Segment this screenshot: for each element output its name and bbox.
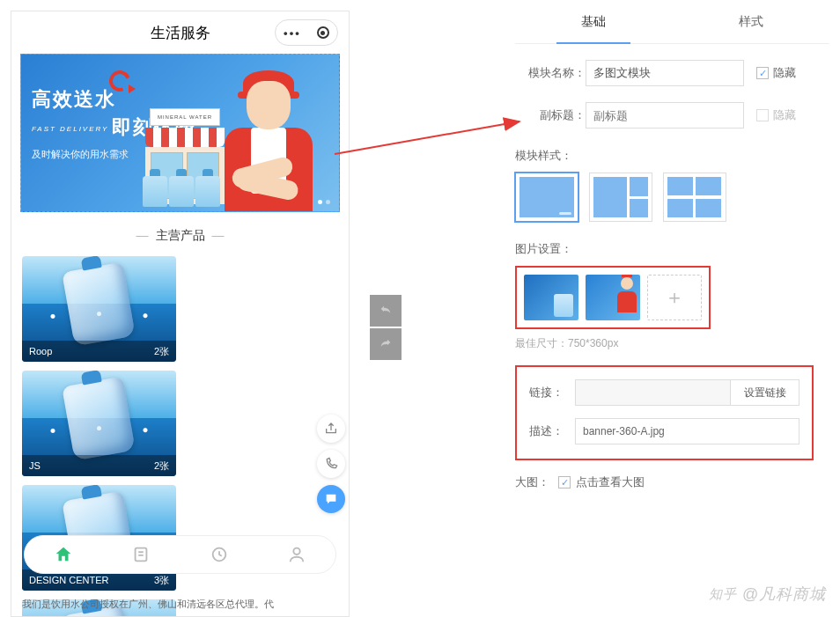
set-link-button[interactable]: 设置链接 <box>731 379 799 406</box>
tab-bar <box>24 535 336 574</box>
tab-history[interactable] <box>181 536 258 573</box>
module-style-section: 模块样式： <box>515 148 840 222</box>
module-name-label: 模块名称： <box>515 65 586 81</box>
subtitle-row: 副标题： 隐藏 <box>515 102 840 129</box>
module-name-row: 模块名称： ✓隐藏 <box>515 60 840 86</box>
link-desc-box: 链接： 设置链接 描述： <box>515 365 814 460</box>
link-row: 链接： 设置链接 <box>529 379 799 406</box>
big-image-row: 大图： ✓ 点击查看大图 <box>515 474 840 490</box>
image-setting-label: 图片设置： <box>515 241 840 257</box>
company-desc: 我们是饮用水公司授权在广州、佛山和清远各区总代理。代 <box>22 597 338 612</box>
big-image-label: 大图： <box>515 474 549 490</box>
subtitle-input[interactable] <box>586 102 744 129</box>
more-icon[interactable]: ••• <box>284 26 301 40</box>
undo-button[interactable] <box>370 295 402 327</box>
tab-basic[interactable]: 基础 <box>515 0 673 43</box>
image-list: ＋ <box>515 266 711 329</box>
settings-panel: 基础 样式 模块名称： ✓隐藏 副标题： 隐藏 模块样式： 图片设置： ＋ 最佳… <box>489 0 840 617</box>
desc-input[interactable] <box>575 418 799 444</box>
subtitle-label: 副标题： <box>515 107 586 123</box>
size-hint: 最佳尺寸：750*360px <box>515 336 840 351</box>
product-card[interactable]: JS2张 <box>22 371 176 476</box>
desc-label: 描述： <box>529 423 575 439</box>
module-name-hide-checkbox[interactable]: ✓隐藏 <box>756 65 796 81</box>
phone-fab[interactable] <box>317 450 345 478</box>
close-target-icon[interactable] <box>317 26 329 39</box>
redo-button[interactable] <box>370 328 402 360</box>
tab-home[interactable] <box>25 536 102 573</box>
history-buttons <box>370 295 402 362</box>
panel-tabs: 基础 样式 <box>515 0 829 44</box>
big-image-checkbox[interactable]: ✓ <box>558 476 571 488</box>
preview-title: 生活服务 <box>151 23 210 43</box>
image-setting-section: 图片设置： ＋ 最佳尺寸：750*360px <box>515 241 840 351</box>
watermark: 知乎 @凡科商城 <box>709 584 826 605</box>
style-option-2[interactable] <box>589 173 652 222</box>
subtitle-hide-checkbox[interactable]: 隐藏 <box>756 107 796 123</box>
link-label: 链接： <box>529 385 575 400</box>
tab-profile[interactable] <box>258 536 335 573</box>
wechat-capsule[interactable]: ••• <box>275 19 338 46</box>
desc-row: 描述： <box>529 418 799 444</box>
add-image-button[interactable]: ＋ <box>647 275 702 320</box>
tab-list[interactable] <box>102 536 180 573</box>
module-name-input[interactable] <box>586 60 744 86</box>
product-card[interactable]: Roop2张 <box>22 256 176 362</box>
style-option-1[interactable] <box>515 173 578 222</box>
mobile-preview: 生活服务 ••• 高效送水 FAST DELIVERY即刻体验 及时解决你的用水… <box>11 11 350 617</box>
tab-style[interactable]: 样式 <box>673 0 830 43</box>
delivery-person-illustration <box>207 62 330 211</box>
image-thumb-2[interactable] <box>586 275 640 320</box>
big-image-text: 点击查看大图 <box>576 474 645 490</box>
module-style-label: 模块样式： <box>515 148 840 164</box>
link-input[interactable] <box>575 379 731 406</box>
svg-point-2 <box>293 548 299 555</box>
section-title: 主营产品 <box>11 228 349 244</box>
banner-module[interactable]: 高效送水 FAST DELIVERY即刻体验 及时解决你的用水需求 MINERA… <box>20 54 340 212</box>
banner-pagination[interactable] <box>318 200 330 204</box>
share-fab[interactable] <box>317 415 345 443</box>
style-option-3[interactable] <box>663 173 726 222</box>
preview-header: 生活服务 ••• <box>11 11 349 54</box>
message-fab[interactable] <box>317 485 345 513</box>
image-thumb-1[interactable] <box>524 275 578 320</box>
